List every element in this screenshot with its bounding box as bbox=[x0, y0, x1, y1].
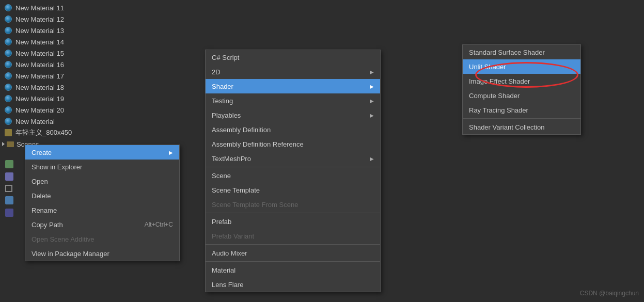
menu-separator bbox=[463, 118, 580, 119]
material-icon bbox=[4, 26, 12, 35]
menu-item-playables[interactable]: Playables▶ bbox=[206, 108, 380, 122]
menu-item-copy-path[interactable]: Copy PathAlt+Ctrl+C bbox=[25, 217, 179, 232]
list-item[interactable]: New Material 16 bbox=[0, 59, 217, 70]
material-icon bbox=[4, 4, 12, 12]
menu-item-label: Standard Surface Shader bbox=[469, 49, 545, 56]
list-item[interactable]: New Material bbox=[0, 116, 217, 127]
menu-item-label: Playables bbox=[212, 112, 241, 119]
menu-item-label: Testing bbox=[212, 97, 233, 105]
list-item[interactable]: New Material 15 bbox=[0, 47, 217, 59]
context-menu-l3: Standard Surface ShaderUnlit ShaderImage… bbox=[462, 44, 581, 135]
menu-separator bbox=[206, 213, 380, 213]
list-item[interactable]: New Material 14 bbox=[0, 36, 217, 47]
menu-item-label: Compute Shader bbox=[469, 92, 520, 100]
menu-separator bbox=[206, 244, 380, 245]
menu-item-compute-shader[interactable]: Compute Shader bbox=[463, 88, 580, 103]
list-item-label: New Material 17 bbox=[15, 72, 64, 80]
side-icon-1 bbox=[5, 160, 13, 168]
side-icon-5 bbox=[5, 209, 13, 217]
list-item-label: New Material 18 bbox=[15, 84, 64, 91]
submenu-arrow-icon: ▶ bbox=[370, 69, 374, 75]
menu-item-shader[interactable]: Shader▶ bbox=[206, 79, 380, 93]
menu-item-label: TextMeshPro bbox=[212, 155, 251, 163]
menu-item-label: Copy Path bbox=[32, 221, 63, 229]
menu-item-label: Ray Tracing Shader bbox=[469, 106, 528, 114]
list-item-label: New Material 20 bbox=[15, 106, 64, 114]
submenu-arrow-icon: ▶ bbox=[169, 150, 173, 155]
menu-item-c#-script[interactable]: C# Script bbox=[206, 50, 380, 65]
list-item-label: New Material 11 bbox=[15, 4, 64, 12]
menu-item-testing[interactable]: Testing▶ bbox=[206, 93, 380, 108]
menu-item-2d[interactable]: 2D▶ bbox=[206, 65, 380, 79]
menu-item-label: Show in Explorer bbox=[32, 163, 82, 171]
menu-item-create[interactable]: Create▶ bbox=[25, 145, 179, 160]
menu-item-unlit-shader[interactable]: Unlit Shader bbox=[463, 59, 580, 74]
menu-item-label: C# Script bbox=[212, 54, 239, 61]
menu-item-label: Shader Variant Collection bbox=[469, 123, 544, 131]
material-icon bbox=[4, 83, 12, 91]
menu-item-label: Open Scene Additive bbox=[32, 235, 94, 243]
menu-item-label: Open bbox=[32, 178, 48, 185]
expand-icon bbox=[2, 142, 5, 146]
list-item-label: New Material 19 bbox=[15, 95, 64, 103]
menu-item-image-effect-shader[interactable]: Image Effect Shader bbox=[463, 74, 580, 88]
menu-item-label: Prefab Variant bbox=[212, 232, 254, 240]
list-item[interactable]: New Material 11 bbox=[0, 2, 217, 13]
menu-item-shader-variant-collection[interactable]: Shader Variant Collection bbox=[463, 120, 580, 134]
list-item[interactable]: 年轻主义_800x450 bbox=[0, 127, 217, 138]
list-item[interactable]: New Material 20 bbox=[0, 104, 217, 116]
menu-item-standard-surface-shader[interactable]: Standard Surface Shader bbox=[463, 45, 580, 59]
list-item[interactable]: New Material 18 bbox=[0, 82, 217, 93]
list-item[interactable]: New Material 17 bbox=[0, 70, 217, 82]
list-item[interactable]: New Material 13 bbox=[0, 25, 217, 36]
list-item-label: New Material 15 bbox=[15, 50, 64, 57]
submenu-arrow-icon: ▶ bbox=[370, 84, 374, 89]
side-icon-3 bbox=[5, 185, 12, 192]
material-icon bbox=[4, 117, 12, 125]
submenu-arrow-icon: ▶ bbox=[370, 98, 374, 104]
submenu-arrow-icon: ▶ bbox=[370, 156, 374, 162]
menu-item-audio-mixer[interactable]: Audio Mixer bbox=[206, 246, 380, 260]
menu-item-scene-template-from-scene: Scene Template From Scene bbox=[206, 197, 380, 212]
menu-item-label: Unlit Shader bbox=[469, 63, 506, 71]
menu-separator bbox=[206, 167, 380, 167]
material-icon bbox=[4, 60, 12, 69]
list-item[interactable]: New Material 19 bbox=[0, 93, 217, 104]
menu-item-shortcut: Alt+Ctrl+C bbox=[145, 221, 173, 228]
menu-item-textmeshpro[interactable]: TextMeshPro▶ bbox=[206, 151, 380, 166]
menu-item-label: Shader bbox=[212, 83, 233, 90]
menu-item-label: View in Package Manager bbox=[32, 250, 109, 258]
menu-item-label: Material bbox=[212, 266, 235, 274]
material-icon bbox=[4, 49, 12, 57]
menu-item-assembly-definition-reference[interactable]: Assembly Definition Reference bbox=[206, 137, 380, 151]
list-item-label: New Material 16 bbox=[15, 61, 64, 69]
menu-item-lens-flare[interactable]: Lens Flare bbox=[206, 277, 380, 292]
menu-item-prefab[interactable]: Prefab bbox=[206, 214, 380, 229]
side-icon-2 bbox=[5, 172, 13, 181]
menu-item-rename[interactable]: Rename bbox=[25, 203, 179, 217]
menu-item-view-in-package-manager[interactable]: View in Package Manager bbox=[25, 246, 179, 261]
menu-item-label: Audio Mixer bbox=[212, 249, 247, 257]
menu-separator bbox=[206, 261, 380, 262]
menu-item-assembly-definition[interactable]: Assembly Definition bbox=[206, 122, 380, 137]
menu-item-scene[interactable]: Scene bbox=[206, 168, 380, 183]
menu-item-prefab-variant: Prefab Variant bbox=[206, 229, 380, 243]
submenu-arrow-icon: ▶ bbox=[370, 113, 374, 118]
list-item-label: New Material 14 bbox=[15, 38, 64, 46]
material-icon bbox=[4, 15, 12, 23]
list-item[interactable]: New Material 12 bbox=[0, 13, 217, 25]
menu-item-delete[interactable]: Delete bbox=[25, 188, 179, 203]
menu-item-open[interactable]: Open bbox=[25, 174, 179, 188]
menu-item-scene-template[interactable]: Scene Template bbox=[206, 183, 380, 197]
menu-item-label: Rename bbox=[32, 206, 57, 214]
menu-item-label: Scene Template bbox=[212, 186, 260, 194]
menu-item-show-in-explorer[interactable]: Show in Explorer bbox=[25, 160, 179, 174]
menu-item-material[interactable]: Material bbox=[206, 263, 380, 277]
material-icon bbox=[4, 72, 12, 80]
list-item-label: 年轻主义_800x450 bbox=[15, 128, 72, 137]
menu-item-label: Assembly Definition bbox=[212, 126, 271, 134]
material-icon bbox=[4, 94, 12, 103]
list-item-label: New Material bbox=[15, 118, 55, 125]
menu-item-ray-tracing-shader[interactable]: Ray Tracing Shader bbox=[463, 103, 580, 117]
side-icon-4 bbox=[5, 196, 13, 204]
